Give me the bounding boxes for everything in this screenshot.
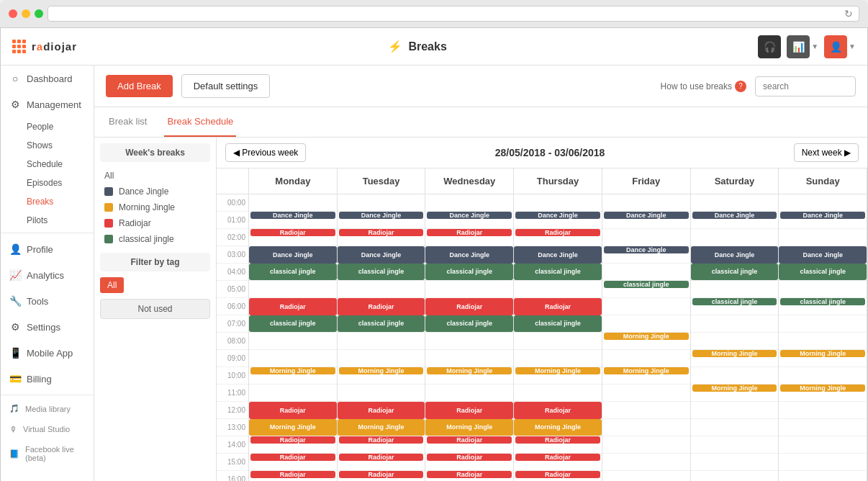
wed-11-radiojar[interactable]: Radiojar: [427, 436, 512, 444]
wed-08[interactable]: Morning Jingle: [425, 367, 513, 385]
thu-05[interactable]: Radiojar classical jingle: [514, 298, 602, 333]
tue-08-morning[interactable]: Morning Jingle: [339, 367, 424, 374]
wed-10-morning[interactable]: Morning Jingle: [425, 419, 513, 436]
mon-10-radiojar[interactable]: Radiojar: [249, 402, 337, 419]
sidebar-item-pilots[interactable]: Pilots: [1, 211, 94, 230]
thu-05-classical[interactable]: classical jingle: [514, 315, 602, 333]
thu-02-radiojar[interactable]: Radiojar: [515, 229, 600, 236]
wed-13[interactable]: Radiojar: [425, 471, 513, 481]
thu-12-radiojar[interactable]: Radiojar: [515, 454, 600, 461]
close-btn[interactable]: [9, 9, 17, 18]
sidebar-item-tools[interactable]: 🔧 Tools: [1, 288, 94, 314]
headphones-button[interactable]: 🎧: [758, 35, 781, 58]
filter-classical-jingle[interactable]: classical jingle: [100, 231, 210, 247]
wed-01[interactable]: Dance Jingle: [425, 212, 513, 229]
mon-10-morning[interactable]: Morning Jingle: [249, 419, 337, 436]
sat-01[interactable]: Dance Jingle: [691, 212, 779, 229]
user-dropdown[interactable]: 👤 ▼: [824, 35, 856, 58]
mon-08[interactable]: Morning Jingle: [249, 367, 337, 385]
mon-03[interactable]: Dance Jingle classical jingle: [249, 246, 337, 281]
wed-11[interactable]: Radiojar: [425, 436, 513, 454]
sun-01-dance[interactable]: Dance Jingle: [780, 212, 865, 219]
mon-13[interactable]: Radiojar: [249, 471, 337, 481]
default-settings-button[interactable]: Default settings: [181, 74, 271, 98]
tag-all-button[interactable]: All: [100, 277, 124, 293]
tue-03-classical[interactable]: classical jingle: [338, 264, 425, 281]
sidebar-item-management[interactable]: ⚙ Management: [1, 91, 94, 117]
sat-08[interactable]: Morning Jingle: [691, 350, 779, 367]
sun-03-dance[interactable]: Dance Jingle: [779, 246, 867, 264]
thu-13-radiojar[interactable]: Radiojar: [515, 471, 600, 478]
maximize-btn[interactable]: [35, 9, 43, 18]
sidebar-item-dashboard[interactable]: ○ Dashboard: [1, 66, 94, 91]
sidebar-item-shows[interactable]: Shows: [1, 136, 94, 155]
mon-03-dance[interactable]: Dance Jingle: [249, 246, 337, 264]
fri-05-classical[interactable]: classical jingle: [604, 281, 689, 288]
sidebar-item-facebook-live[interactable]: 📘 Facebook live (beta): [1, 439, 94, 468]
wed-13-radiojar[interactable]: Radiojar: [427, 471, 512, 478]
sun-01[interactable]: Dance Jingle: [779, 212, 867, 229]
sidebar-item-schedule[interactable]: Schedule: [1, 155, 94, 174]
sun-10-morning[interactable]: Morning Jingle: [780, 385, 865, 392]
sat-01-dance[interactable]: Dance Jingle: [692, 212, 777, 219]
mon-02-radiojar[interactable]: Radiojar: [250, 229, 335, 236]
wed-12[interactable]: Radiojar: [425, 454, 513, 471]
tue-05[interactable]: Radiojar classical jingle: [338, 298, 425, 333]
sat-08-morning[interactable]: Morning Jingle: [692, 350, 777, 357]
minimize-btn[interactable]: [22, 9, 30, 18]
sidebar-item-people[interactable]: People: [1, 117, 94, 136]
thu-08[interactable]: Morning Jingle: [514, 367, 602, 385]
add-break-button[interactable]: Add Break: [106, 75, 173, 97]
thu-10-morning[interactable]: Morning Jingle: [514, 419, 602, 436]
sidebar-item-mobile-app[interactable]: 📱 Mobile App: [1, 340, 94, 366]
mon-12-radiojar[interactable]: Radiojar: [250, 454, 335, 461]
tab-break-list[interactable]: Break list: [106, 107, 150, 137]
fri-08[interactable]: Morning Jingle: [602, 333, 690, 350]
wed-03-classical[interactable]: classical jingle: [425, 264, 513, 281]
wed-01-dance[interactable]: Dance Jingle: [427, 212, 512, 219]
next-week-button[interactable]: Next week ▶: [794, 143, 859, 162]
mon-05-classical[interactable]: classical jingle: [249, 315, 337, 333]
sidebar-item-episodes[interactable]: Episodes: [1, 174, 94, 192]
chart-button[interactable]: 📊: [787, 35, 810, 58]
mon-05[interactable]: Radiojar classical jingle: [249, 298, 337, 333]
filter-morning-jingle[interactable]: Morning Jingle: [100, 199, 210, 215]
fri-03[interactable]: Dance Jingle: [602, 246, 690, 264]
filter-radiojar[interactable]: Radiojar: [100, 215, 210, 231]
wed-05-classical[interactable]: classical jingle: [425, 315, 513, 333]
tue-02-radiojar[interactable]: Radiojar: [339, 229, 424, 236]
sun-08[interactable]: Morning Jingle: [779, 350, 867, 367]
thu-11-radiojar[interactable]: Radiojar: [515, 436, 600, 444]
not-used-button[interactable]: Not used: [100, 299, 210, 319]
sidebar-item-settings[interactable]: ⚙ Settings: [1, 314, 94, 340]
sidebar-item-analytics[interactable]: 📈 Analytics: [1, 262, 94, 288]
mon-12[interactable]: Radiojar: [249, 454, 337, 471]
sat-03-classical[interactable]: classical jingle: [691, 264, 779, 281]
sat-03-dance[interactable]: Dance Jingle: [691, 246, 779, 264]
tue-03[interactable]: Dance Jingle classical jingle: [338, 246, 425, 281]
thu-01[interactable]: Dance Jingle: [514, 212, 602, 229]
wed-03-dance[interactable]: Dance Jingle: [425, 246, 513, 264]
mon-02[interactable]: Radiojar: [249, 229, 337, 246]
thu-12[interactable]: Radiojar: [514, 454, 602, 471]
tue-02[interactable]: Radiojar: [338, 229, 425, 246]
tue-11[interactable]: Radiojar: [338, 436, 425, 454]
mon-11[interactable]: Radiojar: [249, 436, 337, 454]
sun-03[interactable]: Dance Jingle classical jingle: [779, 246, 867, 281]
tue-11-radiojar[interactable]: Radiojar: [339, 436, 424, 444]
filter-dance-jingle[interactable]: Dance Jingle: [100, 184, 210, 199]
tue-01-dance[interactable]: Dance Jingle: [339, 212, 424, 219]
thu-11[interactable]: Radiojar: [514, 436, 602, 454]
sun-08-morning[interactable]: Morning Jingle: [780, 350, 865, 357]
wed-02-radiojar[interactable]: Radiojar: [427, 229, 512, 236]
thu-05-radiojar[interactable]: Radiojar: [514, 298, 602, 315]
thu-10[interactable]: Radiojar Morning Jingle: [514, 402, 602, 436]
mon-10[interactable]: Radiojar Morning Jingle: [249, 402, 337, 436]
filter-all[interactable]: All: [100, 168, 210, 184]
mon-01-dance[interactable]: Dance Jingle: [250, 212, 335, 219]
thu-03[interactable]: Dance Jingle classical jingle: [514, 246, 602, 281]
tab-break-schedule[interactable]: Break Schedule: [164, 107, 236, 137]
wed-05[interactable]: Radiojar classical jingle: [425, 298, 513, 333]
tue-05-radiojar[interactable]: Radiojar: [338, 298, 425, 315]
thu-08-morning[interactable]: Morning Jingle: [515, 367, 600, 374]
